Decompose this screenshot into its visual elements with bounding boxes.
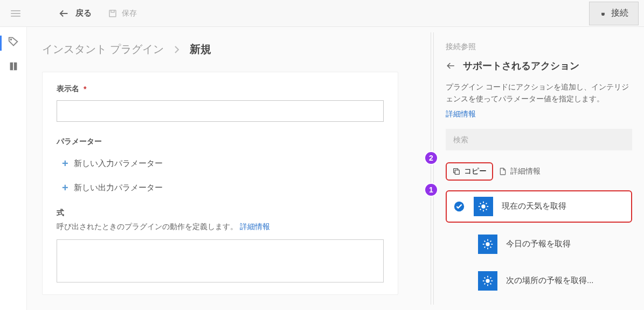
svg-rect-4: [455, 170, 459, 174]
connect-label: 接続: [611, 8, 628, 19]
right-panel-description: プラグイン コードにアクションを追加し、インテリジェンスを使ってパラメーター値を…: [446, 81, 632, 105]
chevron-right-icon: [174, 45, 180, 54]
action-item-current-weather[interactable]: 現在の天気を取得: [446, 190, 632, 223]
weather-tile-icon: [478, 271, 497, 291]
rail-active-marker: [0, 36, 2, 51]
book-icon[interactable]: [8, 60, 19, 72]
right-panel-crumb[interactable]: 接続参照: [446, 42, 632, 52]
svg-line-13: [480, 209, 481, 210]
save-button[interactable]: 保存: [108, 9, 137, 18]
callout-marker-1: 1: [424, 183, 438, 197]
sun-icon: [482, 238, 494, 250]
weather-tile-icon: [474, 197, 493, 216]
breadcrumb: インスタント プラグイン 新規: [42, 42, 398, 57]
right-panel: 接続参照 サポートされるアクション プラグイン コードにアクションを追加し、イン…: [434, 27, 644, 310]
svg-line-30: [490, 283, 491, 284]
svg-line-23: [490, 240, 491, 242]
svg-rect-0: [109, 10, 116, 17]
back-label: 戻る: [75, 8, 92, 18]
copy-label: コピー: [464, 167, 487, 176]
right-panel-title: サポートされるアクション: [463, 59, 579, 72]
display-name-label: 表示名 *: [57, 84, 384, 94]
formula-description: 呼び出されたときのプラグインの動作を定義します。 詳細情報: [57, 222, 384, 232]
required-star: *: [84, 85, 86, 93]
action-info-button[interactable]: 詳細情報: [498, 167, 541, 176]
plug-icon: [599, 10, 607, 17]
form-section: 表示名 * パラメーター + 新しい入力パラメーター + 新しい出力パラメーター…: [42, 72, 398, 295]
svg-line-11: [480, 203, 481, 204]
sun-icon: [477, 201, 489, 212]
breadcrumb-parent[interactable]: インスタント プラグイン: [42, 42, 164, 57]
back-button[interactable]: 戻る: [58, 8, 92, 19]
info-label: 詳細情報: [510, 167, 541, 176]
add-input-label: 新しい入力パラメーター: [74, 159, 163, 169]
svg-point-6: [481, 204, 485, 208]
copy-icon: [452, 167, 461, 176]
arrow-left-icon: [58, 8, 70, 19]
action-label: 今日の予報を取得: [506, 239, 571, 249]
svg-line-32: [490, 277, 491, 278]
add-output-parameter[interactable]: + 新しい出力パラメーター: [57, 178, 384, 203]
connect-button[interactable]: 接続: [589, 2, 639, 25]
parameters-header: パラメーター: [57, 137, 384, 147]
svg-line-21: [490, 246, 491, 247]
display-name-input[interactable]: [57, 100, 384, 122]
svg-line-20: [484, 240, 486, 242]
arrow-left-icon[interactable]: [446, 60, 456, 71]
action-item-today-forecast[interactable]: 今日の予報を取得: [446, 229, 632, 259]
svg-line-14: [486, 203, 487, 204]
save-icon: [108, 9, 117, 18]
svg-line-29: [484, 277, 486, 278]
weather-tile-icon: [478, 235, 497, 254]
center-panel: インスタント プラグイン 新規 表示名 * パラメーター + 新しい入力パラメー…: [27, 27, 431, 310]
plus-icon: +: [62, 157, 68, 170]
formula-header: 式: [57, 208, 384, 218]
right-panel-more-link[interactable]: 詳細情報: [446, 109, 632, 119]
document-icon: [498, 167, 507, 176]
action-label: 現在の天気を取得: [502, 201, 566, 211]
breadcrumb-current: 新規: [190, 42, 211, 57]
plus-icon: +: [62, 182, 68, 194]
menu-toggle[interactable]: [11, 6, 26, 21]
sun-icon: [482, 275, 494, 287]
save-label: 保存: [122, 9, 137, 18]
svg-point-15: [486, 242, 489, 246]
svg-line-12: [486, 209, 487, 210]
svg-point-1: [10, 39, 11, 40]
search-input[interactable]: [446, 129, 632, 150]
svg-line-22: [484, 246, 486, 247]
action-label: 次の場所の予報を取得...: [506, 275, 594, 286]
left-rail: [0, 27, 27, 310]
svg-line-31: [484, 283, 486, 284]
check-circle-icon: [453, 201, 465, 212]
formula-more-link[interactable]: 詳細情報: [240, 222, 270, 231]
svg-rect-3: [13, 63, 14, 71]
tag-icon[interactable]: [8, 36, 19, 47]
add-input-parameter[interactable]: + 新しい入力パラメーター: [57, 154, 384, 178]
callout-marker-2: 2: [424, 151, 438, 165]
formula-editor[interactable]: [57, 239, 384, 283]
svg-point-24: [486, 279, 489, 283]
copy-button[interactable]: コピー: [446, 162, 493, 181]
add-output-label: 新しい出力パラメーター: [74, 183, 163, 193]
action-item-location-forecast[interactable]: 次の場所の予報を取得...: [446, 266, 632, 296]
